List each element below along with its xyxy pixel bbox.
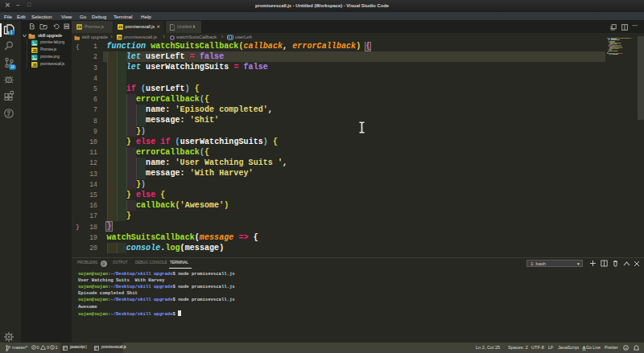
svg-text:JS: JS [32,49,36,53]
svg-text:JS: JS [118,35,122,39]
svg-text:JS: JS [32,64,36,68]
svg-text:JS: JS [77,25,81,29]
svg-text:JS: JS [118,25,122,29]
